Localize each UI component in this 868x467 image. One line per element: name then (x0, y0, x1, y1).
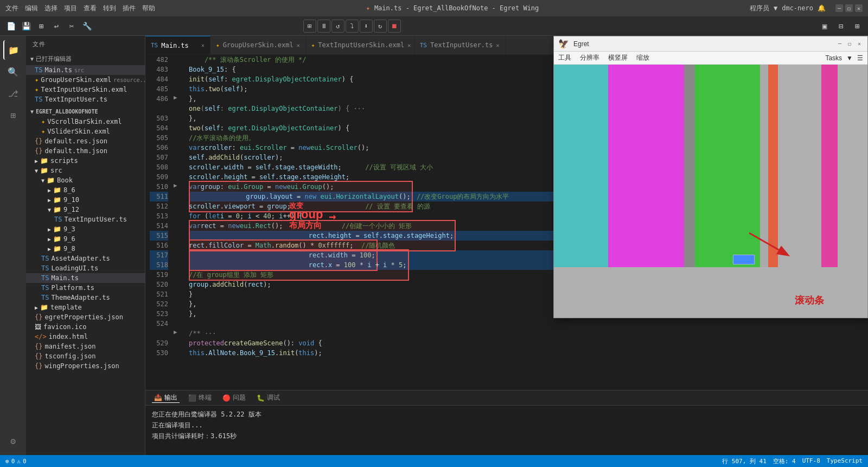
sidebar-item-main[interactable]: TS Main.ts (26, 273, 145, 283)
window-controls[interactable]: ─ ◻ ✕ (835, 4, 863, 12)
egret-restore-button[interactable]: ◻ (846, 40, 853, 48)
egret-menu-tools[interactable]: 工具 (558, 53, 571, 62)
collapse-icon-two[interactable]: ▶ (174, 182, 177, 189)
warning-icon: ⚠ (17, 458, 21, 465)
open-file-textinput-ts[interactable]: TS TextInputUser.ts (26, 94, 145, 104)
fullscreen-button[interactable]: ⊞ (851, 20, 864, 33)
project-section[interactable]: ▼ EGRET_ALLBOOKOFNOTE (26, 106, 145, 117)
minimize-button[interactable]: ─ (835, 4, 843, 12)
sidebar-item-platform[interactable]: TS Platform.ts (26, 283, 145, 293)
notification-icon[interactable]: 🔔 (818, 4, 826, 12)
col-gray (684, 65, 695, 267)
debug-pause-button[interactable]: ⏸ (317, 20, 330, 33)
sidebar-item-scripts[interactable]: ▶ 📁 scripts (26, 156, 145, 166)
save-all-button[interactable]: ⊞ (35, 20, 48, 33)
undo-button[interactable]: ↩ (50, 20, 63, 33)
sidebar-item-loading[interactable]: TS LoadingUI.ts (26, 263, 145, 273)
code-line-525-collapsed: /** ··· (189, 329, 863, 338)
panel-tab-terminal[interactable]: ⬛ 终端 (186, 393, 214, 402)
egret-menu-scale[interactable]: 缩放 (636, 53, 649, 62)
collapse-icon-three[interactable]: ▶ (174, 329, 177, 336)
tab-close-button-3[interactable]: ✕ (407, 42, 411, 48)
menu-help[interactable]: 帮助 (142, 4, 155, 13)
search-icon[interactable]: 🔍 (3, 62, 23, 81)
sidebar-item-vscroll[interactable]: ✦ VScrollBarSkin.exml (26, 117, 145, 127)
error-count[interactable]: ⊗ 0 ⚠ 0 (5, 458, 27, 465)
tab-group-skin[interactable]: ✦ GroupUserSkin.exml ✕ (210, 36, 306, 54)
menu-select[interactable]: 选择 (44, 4, 58, 13)
panel-tab-problems[interactable]: 🔴 问题 (220, 393, 248, 402)
sidebar-item-8-6[interactable]: ▶ 📁 8_6 (26, 185, 145, 195)
tab-textinput-ts[interactable]: TS TextInputUser.ts ✕ (414, 36, 506, 54)
debug-step-in-button[interactable]: ⬇ (360, 20, 373, 33)
tab-main-ts[interactable]: TS Main.ts ✕ (145, 36, 210, 54)
egret-tasks-icon[interactable]: ▼ (846, 54, 853, 62)
debug-restart-button[interactable]: ↻ (374, 20, 387, 33)
collapse-icon-one[interactable]: ▶ (174, 94, 177, 101)
col-gray3 (778, 65, 821, 267)
menu-edit[interactable]: 编辑 (25, 4, 38, 13)
split-editor-button[interactable]: ⊟ (834, 20, 847, 33)
open-editors-section[interactable]: ▼ 已打开编辑器 (26, 53, 145, 65)
build-button[interactable]: 🔧 (80, 20, 93, 33)
close-button[interactable]: ✕ (855, 4, 863, 12)
sidebar-item-egret-props[interactable]: {} egretProperties.json (26, 312, 145, 322)
egret-menu-resolution[interactable]: 分辨率 (580, 53, 599, 62)
open-file-main-ts[interactable]: TS Main.ts src (26, 65, 145, 75)
sidebar-item-default-thm[interactable]: {} default.thm.json (26, 146, 145, 156)
settings-icon[interactable]: ⚙ (3, 431, 23, 451)
tab-close-button-4[interactable]: ✕ (496, 42, 500, 48)
save-button[interactable]: 💾 (20, 20, 33, 33)
source-control-icon[interactable]: ⎇ (3, 84, 23, 103)
tab-close-button-2[interactable]: ✕ (297, 42, 300, 48)
sidebar-item-book[interactable]: ▼ 📁 Book (26, 175, 145, 185)
egret-minimize-button[interactable]: ─ (836, 40, 844, 48)
debug-stop-button[interactable]: ⏹ (388, 20, 401, 33)
sidebar-item-9-8[interactable]: ▶ 📁 9_8 (26, 244, 145, 254)
debug-grid-button[interactable]: ⊞ (303, 20, 316, 33)
sidebar-item-template[interactable]: ▶ 📁 template (26, 302, 145, 312)
sidebar-item-tsconfig[interactable]: {} tsconfig.json (26, 351, 145, 361)
sidebar-item-src[interactable]: ▼ 📁 src (26, 166, 145, 175)
sidebar-item-wing-props[interactable]: {} wingProperties.json (26, 361, 145, 371)
debug-step-over-button[interactable]: ⤵ (346, 20, 359, 33)
restore-button[interactable]: ◻ (845, 4, 853, 12)
sidebar-item-9-12[interactable]: ▼ 📁 9_12 (26, 205, 145, 214)
explorer-icon[interactable]: 📁 (3, 40, 23, 60)
open-file-group-skin[interactable]: ✦ GroupUserSkin.exml resource... (26, 75, 145, 85)
col-pink (821, 65, 838, 267)
new-file-button[interactable]: 📄 (4, 20, 17, 33)
egret-close-button[interactable]: ✕ (856, 40, 863, 48)
open-file-textinput-skin[interactable]: ✦ TextInputUserSkin.exml (26, 85, 145, 94)
sidebar-item-9-3[interactable]: ▶ 📁 9_3 (26, 224, 145, 234)
egret-menu-orientation[interactable]: 横竖屏 (608, 53, 628, 62)
dropdown-icon[interactable]: ▼ (774, 4, 777, 12)
sidebar-item-manifest[interactable]: {} manifest.json (26, 342, 145, 351)
menu-project[interactable]: 项目 (64, 4, 77, 13)
sidebar-item-textinputuser[interactable]: TS TextInputUser.ts (26, 214, 145, 224)
sidebar-item-9-6[interactable]: ▶ 📁 9_6 (26, 234, 145, 244)
debug-refresh-button[interactable]: ↺ (331, 20, 344, 33)
menu-view[interactable]: 查看 (84, 4, 97, 13)
panel-tab-debug[interactable]: 🐛 调试 (254, 393, 282, 402)
sidebar-item-9-10[interactable]: ▶ 📁 9_10 (26, 195, 145, 205)
egret-list-icon[interactable]: ☰ (857, 54, 863, 62)
tab-textinput-skin[interactable]: ✦ TextInputUserSkin.exml ✕ (306, 36, 414, 54)
panel-toggle-button[interactable]: ▣ (818, 20, 831, 33)
sidebar-item-index[interactable]: </> index.html (26, 332, 145, 342)
menu-file[interactable]: 文件 (5, 4, 18, 13)
tab-close-button[interactable]: ✕ (201, 42, 205, 48)
menu-goto[interactable]: 转到 (103, 4, 116, 13)
sidebar-item-asset[interactable]: TS AssetAdapter.ts (26, 254, 145, 263)
panel-tab-output[interactable]: 📤 输出 (152, 393, 180, 403)
sidebar-item-theme[interactable]: TS ThemeAdapter.ts (26, 293, 145, 302)
sidebar-item-default-res[interactable]: {} default.res.json (26, 136, 145, 146)
folder-icon-9-10: 📁 (53, 196, 61, 204)
sidebar-item-favicon[interactable]: 🖼 favicon.ico (26, 322, 145, 332)
scrollbar-thumb[interactable] (733, 255, 755, 264)
redo-button[interactable]: ✂ (65, 20, 78, 33)
menu-bar[interactable]: 文件 编辑 选择 项目 查看 转到 插件 帮助 (5, 4, 155, 13)
menu-plugin[interactable]: 插件 (123, 4, 136, 13)
extensions-icon[interactable]: ⊞ (3, 105, 23, 125)
sidebar-item-vslider[interactable]: ✦ VSliderSkin.exml (26, 127, 145, 136)
